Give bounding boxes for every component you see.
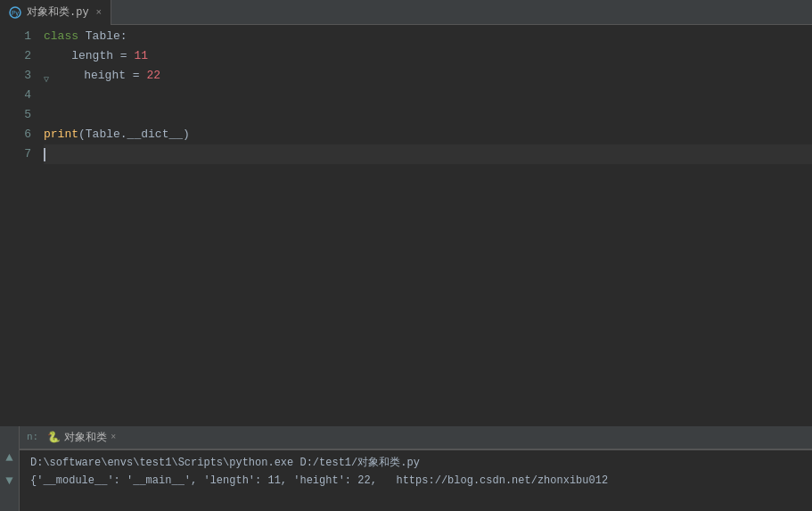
classname-table: Table: [86, 27, 127, 46]
line-num-4: 4 [0, 86, 31, 105]
app-window: Py 对象和类.py × 1 2 3 4 5 6 7 class Table: [0, 0, 812, 511]
terminal-tab-close[interactable]: × [111, 433, 116, 442]
python-file-icon: Py [9, 6, 21, 19]
line-numbers: 1 2 3 4 5 6 7 [0, 25, 40, 426]
left-nav-column: ▲ ▼ [0, 426, 20, 511]
terminal-tab-bar: n: 🐍 对象和类 × [20, 426, 812, 449]
code-line-2: length = 11 [44, 46, 812, 66]
line-num-7: 7 [0, 144, 31, 164]
code-text: length = [44, 46, 134, 66]
editor-tab[interactable]: Py 对象和类.py × [0, 0, 111, 25]
terminal-tab-icon: 🐍 [47, 431, 61, 444]
tab-close-icon[interactable]: × [96, 7, 103, 18]
editor-tab-bar: Py 对象和类.py × [0, 0, 812, 25]
line-num-2: 2 [0, 46, 31, 66]
line-num-1: 1 [0, 27, 31, 46]
line-num-3: 3 [0, 66, 31, 86]
keyword-class: class [44, 27, 86, 46]
terminal-line-2: {'__module__': '__main__', 'length': 11,… [30, 472, 801, 490]
text-cursor [44, 148, 45, 161]
scroll-down-button[interactable]: ▼ [5, 472, 12, 490]
terminal-n-label: n: [27, 432, 38, 442]
svg-text:Py: Py [12, 10, 20, 17]
code-line-3: ▽ height = 22 [44, 66, 812, 86]
editor-area[interactable]: 1 2 3 4 5 6 7 class Table: length = 11 ▽… [0, 25, 812, 426]
scroll-up-button[interactable]: ▲ [5, 449, 12, 466]
code-editor[interactable]: class Table: length = 11 ▽ height = 22 p… [40, 25, 812, 426]
code-line-6: print(Table.__dict__) [44, 125, 812, 144]
code-line-4 [44, 86, 812, 105]
line-num-6: 6 [0, 125, 31, 144]
code-line-7 [44, 144, 812, 164]
code-text: height = [56, 66, 146, 86]
line-num-5: 5 [0, 105, 31, 125]
terminal-tab[interactable]: 🐍 对象和类 × [47, 430, 116, 445]
tab-label: 对象和类.py [27, 4, 89, 20]
code-parens: (Table.__dict__) [78, 125, 190, 144]
terminal-line-1: D:\software\envs\test1\Scripts\python.ex… [30, 454, 801, 472]
value-22: 22 [146, 66, 160, 86]
code-line-5 [44, 105, 812, 125]
fold-icon[interactable]: ▽ [44, 70, 54, 81]
value-11: 11 [134, 46, 148, 66]
fn-print: print [44, 125, 78, 144]
code-line-1: class Table: [44, 27, 812, 46]
terminal-output: D:\software\envs\test1\Scripts\python.ex… [20, 449, 812, 511]
terminal-tab-label: 对象和类 [64, 430, 107, 445]
